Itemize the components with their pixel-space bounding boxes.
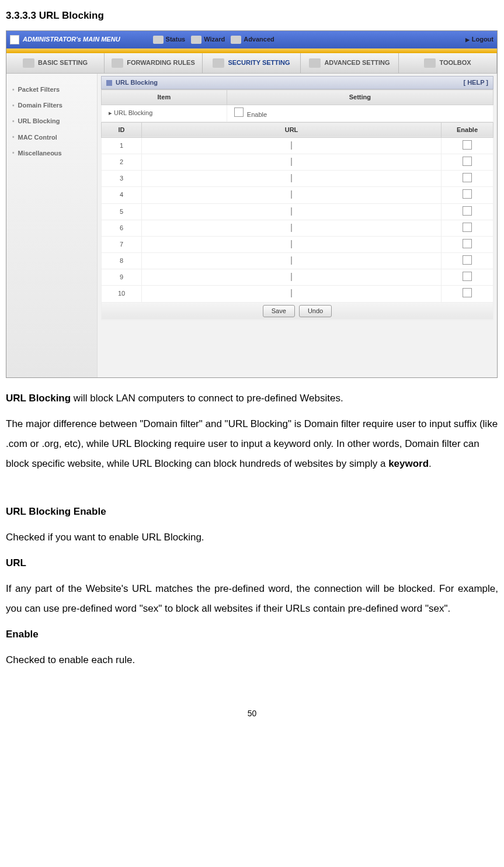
status-icon <box>153 36 164 44</box>
url-input-2[interactable] <box>291 158 292 166</box>
url-input-8[interactable] <box>291 256 292 265</box>
sidebar: Packet Filters Domain Filters URL Blocki… <box>6 74 98 377</box>
wizard-icon <box>191 36 201 44</box>
enable-label: Enable <box>247 111 267 118</box>
table-row: 6 <box>102 220 493 236</box>
row-enable-8[interactable] <box>463 255 472 265</box>
enable-checkbox[interactable] <box>234 107 244 117</box>
square-icon <box>106 80 112 86</box>
table-row: 1 <box>102 137 493 154</box>
heading-url-blocking-enable: URL Blocking Enable <box>6 502 498 522</box>
basic-icon <box>23 58 34 68</box>
table-row: 8 <box>102 253 493 269</box>
url-input-4[interactable] <box>291 190 292 199</box>
top-bar: ADMINISTRATOR's MAIN MENU Status Wizard … <box>6 31 497 48</box>
url-input-5[interactable] <box>291 207 292 216</box>
row-enable-7[interactable] <box>463 239 472 248</box>
tab-forwarding-rules[interactable]: FORWARDING RULES <box>105 53 203 73</box>
heading-url: URL <box>6 553 498 573</box>
description-text: URL Blocking will block LAN computers to… <box>6 389 498 670</box>
tab-security-setting[interactable]: SECURITY SETTING <box>203 53 301 73</box>
panel-title-bar: URL Blocking [ HELP ] <box>101 76 493 89</box>
url-input-1[interactable] <box>291 141 292 150</box>
tab-basic-setting[interactable]: BASIC SETTING <box>6 53 105 73</box>
col-enable: Enable <box>442 122 493 137</box>
heading-enable: Enable <box>6 625 498 644</box>
table-row: 2 <box>102 154 493 170</box>
paragraph-rule-enable: Checked to enable each rule. <box>6 650 498 670</box>
row-enable-10[interactable] <box>463 288 472 297</box>
nav-advanced[interactable]: Advanced <box>231 36 274 44</box>
table-row: 10 <box>102 286 493 302</box>
page-number: 50 <box>6 705 498 722</box>
col-setting: Setting <box>227 90 493 105</box>
col-url: URL <box>142 122 442 137</box>
url-input-10[interactable] <box>291 289 292 297</box>
main-panel: URL Blocking [ HELP ] Item Setting ▸ URL… <box>98 74 497 377</box>
nav-wizard[interactable]: Wizard <box>191 36 225 44</box>
settings-header-table: Item Setting ▸ URL Blocking Enable <box>101 89 493 122</box>
row-enable-1[interactable] <box>463 140 472 150</box>
section-heading: 3.3.3.3 URL Blocking <box>6 6 498 26</box>
paragraph-intro: URL Blocking will block LAN computers to… <box>6 389 498 408</box>
url-input-3[interactable] <box>291 174 292 182</box>
forwarding-icon <box>112 58 123 68</box>
accent-strip <box>6 48 497 53</box>
table-row: 9 <box>102 269 493 286</box>
advanced-tab-icon <box>309 58 321 68</box>
url-input-9[interactable] <box>291 273 292 281</box>
row-enable-9[interactable] <box>463 272 472 281</box>
paragraph-difference: The major difference between "Domain fil… <box>6 414 498 474</box>
sidebar-item-mac-control[interactable]: MAC Control <box>6 130 97 145</box>
help-link[interactable]: [ HELP ] <box>463 79 488 86</box>
row-url-blocking-label: ▸ URL Blocking <box>102 105 227 122</box>
row-enable-4[interactable] <box>463 189 472 199</box>
sidebar-item-domain-filters[interactable]: Domain Filters <box>6 98 97 113</box>
undo-button[interactable]: Undo <box>299 305 332 317</box>
sidebar-item-miscellaneous[interactable]: Miscellaneous <box>6 145 97 161</box>
url-input-6[interactable] <box>291 224 292 232</box>
paragraph-enable: Checked if you want to enable URL Blocki… <box>6 528 498 547</box>
router-screenshot: ADMINISTRATOR's MAIN MENU Status Wizard … <box>6 30 498 378</box>
security-icon <box>213 58 224 68</box>
table-row: 5 <box>102 203 493 220</box>
save-button[interactable]: Save <box>263 305 295 317</box>
tab-advanced-setting[interactable]: ADVANCED SETTING <box>301 53 399 73</box>
logout-link[interactable]: ▶Logout <box>465 36 493 43</box>
tab-bar: BASIC SETTING FORWARDING RULES SECURITY … <box>6 53 497 74</box>
table-row: 3 <box>102 171 493 187</box>
button-row: Save Undo <box>102 302 493 320</box>
row-enable-2[interactable] <box>463 157 472 166</box>
main-menu-label: ADMINISTRATOR's MAIN MENU <box>23 36 120 43</box>
sidebar-item-url-blocking[interactable]: URL Blocking <box>6 113 97 129</box>
col-id: ID <box>102 122 142 137</box>
top-nav: Status Wizard Advanced <box>153 36 274 44</box>
paragraph-url: If any part of the Website's URL matches… <box>6 579 498 619</box>
col-item: Item <box>102 90 227 105</box>
row-url-blocking-setting: Enable <box>227 105 493 122</box>
advanced-icon <box>231 36 241 44</box>
body-area: Packet Filters Domain Filters URL Blocki… <box>6 74 497 377</box>
url-input-7[interactable] <box>291 240 292 248</box>
row-enable-6[interactable] <box>463 223 472 232</box>
url-table: ID URL Enable 1 2 3 4 5 6 7 8 9 10 Save … <box>101 122 493 320</box>
table-row: 7 <box>102 236 493 252</box>
table-row: 4 <box>102 187 493 203</box>
triangle-icon: ▶ <box>465 37 470 43</box>
toolbox-icon <box>424 58 436 68</box>
sidebar-item-packet-filters[interactable]: Packet Filters <box>6 82 97 98</box>
panel-title-text: URL Blocking <box>116 79 158 86</box>
logo-icon <box>10 35 19 44</box>
row-enable-5[interactable] <box>463 206 472 216</box>
nav-status[interactable]: Status <box>153 36 186 44</box>
tab-toolbox[interactable]: TOOLBOX <box>399 53 497 73</box>
row-enable-3[interactable] <box>463 173 472 182</box>
